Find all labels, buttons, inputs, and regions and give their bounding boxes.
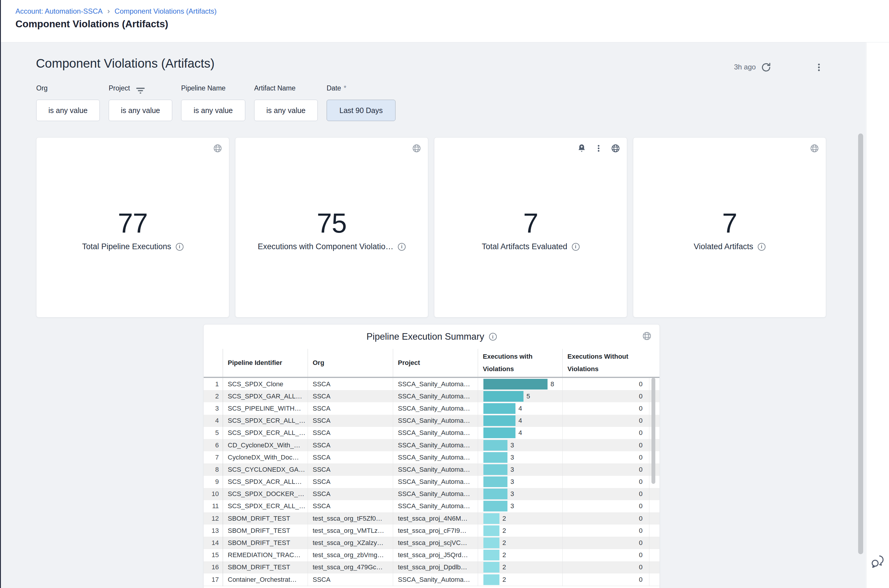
cell-executions-with-violations: 2 — [478, 573, 563, 586]
table-row[interactable]: 15REMEDIATION_TRAC…test_ssca_org_zbVmg…t… — [204, 549, 659, 561]
globe-icon[interactable] — [810, 144, 819, 153]
violations-bar-value: 8 — [551, 380, 554, 388]
cell-project: test_ssca_proj_scjVC… — [393, 537, 478, 549]
violations-bar-value: 2 — [502, 576, 506, 584]
violations-bar[interactable] — [483, 416, 516, 426]
table-title-row: Pipeline Execution Summary i — [204, 324, 659, 349]
table-row[interactable]: 1SCS_SPDX_CloneSSCASSCA_Sanity_Automa…80 — [204, 378, 659, 390]
info-icon[interactable]: i — [398, 243, 406, 250]
globe-icon[interactable] — [611, 144, 620, 153]
table-row[interactable]: 4SCS_SPDX_ECR_ALL_…SSCASSCA_Sanity_Autom… — [204, 415, 659, 427]
table-header-row: Pipeline IdentifierOrgProjectExecutions … — [204, 349, 659, 378]
cell-executions-without-violations: 0 — [563, 439, 649, 451]
table-row[interactable]: 14SBOM_DRIFT_TESTtest_ssca_org_XZalzy…te… — [204, 537, 659, 549]
table-row[interactable]: 8SCS_CYCLONEDX_GA…SSCASSCA_Sanity_Automa… — [204, 464, 659, 476]
dashboard-more-menu-button[interactable] — [812, 61, 826, 74]
table-row[interactable]: 17Container_Orchestrat…SSCASSCA_Sanity_A… — [204, 573, 659, 586]
breadcrumb-account-link[interactable]: Account: Automation-SSCA — [15, 7, 102, 15]
cell-org: test_ssca_org_zbVmg… — [308, 549, 393, 561]
table-scrollbar-thumb[interactable] — [651, 378, 655, 484]
table-row[interactable]: 9SCS_SPDX_ACR_ALL…SSCASSCA_Sanity_Automa… — [204, 476, 659, 488]
bell-plus-icon[interactable] — [577, 144, 587, 153]
violations-bar[interactable] — [483, 562, 499, 573]
filter-label: Artifact Name — [254, 84, 318, 93]
info-icon[interactable]: i — [176, 243, 184, 250]
filter-value-pipeline-name[interactable]: is any value — [181, 100, 245, 121]
table-row[interactable]: 11SCS_SPDX_ECR_ALL_…SSCASSCA_Sanity_Auto… — [204, 500, 659, 512]
refresh-button[interactable] — [760, 61, 773, 74]
chat-bubbles-icon — [870, 566, 885, 570]
info-icon[interactable]: i — [758, 243, 766, 250]
card-corner-icons — [810, 144, 819, 153]
column-header-org[interactable]: Org — [308, 349, 393, 377]
stat-card-violated-artifacts: 7Violated Artifactsi — [633, 137, 826, 317]
stat-value: 75 — [235, 208, 428, 239]
info-icon[interactable]: i — [572, 243, 580, 250]
violations-bar[interactable] — [483, 379, 548, 390]
cell-row-number: 16 — [204, 561, 223, 573]
filter-value-date[interactable]: Last 90 Days — [326, 100, 396, 121]
violations-bar[interactable] — [483, 477, 507, 487]
table-row[interactable]: 7CycloneDX_With_Doc…SSCASSCA_Sanity_Auto… — [204, 451, 659, 464]
globe-icon[interactable] — [412, 144, 421, 153]
cell-pipeline-identifier: SCS_SPDX_GAR_ALL… — [223, 390, 308, 402]
info-icon[interactable]: i — [489, 333, 497, 340]
violations-bar-value: 4 — [519, 417, 522, 424]
table-row[interactable]: 16SBOM_DRIFT_TESTtest_ssca_org_479Gc…tes… — [204, 561, 659, 573]
cell-pipeline-identifier: CycloneDX_With_Doc… — [223, 451, 308, 464]
violations-bar[interactable] — [483, 489, 507, 499]
table-row[interactable]: 6CD_CycloneDX_With_…SSCASSCA_Sanity_Auto… — [204, 439, 659, 451]
column-header-executions-with-violations[interactable]: Executions withViolations — [478, 349, 563, 377]
help-chat-button[interactable] — [870, 554, 885, 569]
cell-row-number: 7 — [204, 451, 223, 464]
cell-row-number: 13 — [204, 525, 223, 537]
cell-project: SSCA_Sanity_Automa… — [393, 500, 478, 512]
table-row[interactable] — [204, 586, 659, 586]
column-header-executions-without-violations[interactable]: Executions WithoutViolations — [563, 349, 649, 377]
table-row[interactable]: 5SCS_SPDX_ECR_ALL_…SSCASSCA_Sanity_Autom… — [204, 427, 659, 439]
kebab-icon[interactable] — [594, 144, 603, 153]
cell-pipeline-identifier: SBOM_DRIFT_TEST — [223, 561, 308, 573]
page-scrollbar-thumb[interactable] — [858, 134, 863, 554]
table-row[interactable]: 2SCS_SPDX_GAR_ALL…SSCASSCA_Sanity_Automa… — [204, 390, 659, 402]
table-row[interactable]: 13SBOM_DRIFT_TESTtest_ssca_org_VMTLz…tes… — [204, 525, 659, 537]
filter-value-project[interactable]: is any value — [109, 100, 172, 121]
filter-value-artifact-name[interactable]: is any value — [254, 100, 318, 121]
column-header-pipeline-identifier[interactable]: Pipeline Identifier — [223, 349, 308, 377]
table-row[interactable]: 3SCS_PIPELINE_WITH…SSCASSCA_Sanity_Autom… — [204, 402, 659, 414]
last-refresh-timestamp: 3h ago — [734, 63, 756, 71]
cell-org: SSCA — [308, 402, 393, 414]
violations-bar[interactable] — [483, 538, 499, 548]
cell-executions-without-violations: 0 — [563, 537, 649, 549]
violations-bar[interactable] — [483, 440, 507, 451]
table-row[interactable]: 12SBOM_DRIFT_TESTtest_ssca_org_tF5Zf0…te… — [204, 512, 659, 525]
violations-bar[interactable] — [483, 464, 507, 475]
filter-value-org[interactable]: is any value — [36, 100, 100, 121]
column-header-project[interactable]: Project — [393, 349, 478, 377]
violations-bar[interactable] — [483, 525, 499, 536]
cell-row-number: 10 — [204, 488, 223, 500]
cell-project: test_ssca_proj_4N6M… — [393, 512, 478, 525]
violations-bar[interactable] — [483, 574, 499, 585]
violations-bar[interactable] — [483, 428, 516, 438]
stat-card-total-artifacts-evaluated: 7Total Artifacts Evaluatedi — [434, 137, 627, 317]
violations-bar[interactable] — [483, 513, 499, 524]
table-row[interactable]: 10SCS_SPDX_DOCKER_…SSCASSCA_Sanity_Autom… — [204, 488, 659, 500]
cell-org: SSCA — [308, 500, 393, 512]
violations-bar-value: 3 — [510, 478, 514, 486]
breadcrumb-current-link[interactable]: Component Violations (Artifacts) — [114, 7, 217, 15]
cell-executions-without-violations: 0 — [563, 464, 649, 476]
violations-bar[interactable] — [483, 550, 499, 560]
cell-project: SSCA_Sanity_Automa… — [393, 427, 478, 439]
violations-bar[interactable] — [483, 391, 523, 402]
globe-icon[interactable] — [642, 331, 652, 342]
violations-bar[interactable] — [483, 452, 507, 463]
violations-bar[interactable] — [483, 403, 516, 414]
violations-bar[interactable] — [483, 501, 507, 512]
cell-gutter — [649, 537, 659, 549]
stat-label-row: Total Pipeline Executionsi — [36, 242, 229, 251]
globe-icon[interactable] — [213, 144, 223, 153]
dashboard-title: Component Violations (Artifacts) — [36, 56, 215, 70]
cell-pipeline-identifier: REMEDIATION_TRAC… — [223, 549, 308, 561]
cell-executions-with-violations: 5 — [478, 390, 563, 402]
